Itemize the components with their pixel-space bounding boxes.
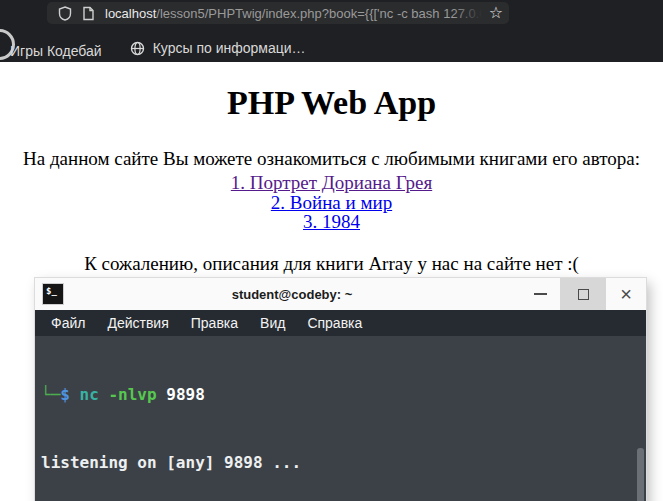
bookmark-label: Курсы по информаци… <box>153 40 306 56</box>
close-button[interactable]: × <box>606 278 646 310</box>
terminal-window: $_ student@codeby: ~ × Файл Действия Пра… <box>35 278 646 501</box>
menu-view[interactable]: Вид <box>249 315 296 331</box>
book-link-2[interactable]: 2. Война и мир <box>0 193 663 213</box>
url-path: /lesson5/PHPTwig/index.php?book={{['nc -… <box>156 6 486 21</box>
book-link-3[interactable]: 3. 1984 <box>0 212 663 232</box>
bookmark-item-courses[interactable]: Курсы по информаци… <box>130 40 306 56</box>
command-name: nc <box>70 385 109 404</box>
book-link-1[interactable]: 1. Портрет Дориана Грея <box>0 173 663 193</box>
terminal-menubar: Файл Действия Правка Вид Справка <box>35 310 646 336</box>
bookmarks-bar: Игры Кодебай Курсы по информаци… <box>10 36 306 60</box>
url-host: localhost <box>105 6 156 21</box>
maximize-button[interactable] <box>560 278 606 310</box>
window-controls: × <box>520 278 646 310</box>
url-fade-overlay <box>453 2 487 24</box>
terminal-scrollbar[interactable] <box>637 448 644 501</box>
page-icon[interactable] <box>82 6 95 21</box>
prompt-dollar: $ <box>60 385 70 404</box>
terminal-titlebar[interactable]: $_ student@codeby: ~ × <box>35 278 646 310</box>
browser-chrome: localhost/lesson5/PHPTwig/index.php?book… <box>0 0 663 62</box>
minimize-button[interactable] <box>520 278 560 310</box>
command-flags: -nlvp <box>108 385 156 404</box>
command-arg: 9898 <box>157 385 205 404</box>
close-icon: × <box>620 284 632 304</box>
terminal-output[interactable]: └─$ nc -nlvp 9898 listening on [any] 989… <box>35 336 646 501</box>
terminal-line: listening on [any] 9898 ... <box>41 452 646 475</box>
shield-icon[interactable] <box>58 6 72 21</box>
globe-icon <box>130 41 145 56</box>
menu-help[interactable]: Справка <box>296 315 373 331</box>
menu-actions[interactable]: Действия <box>96 315 179 331</box>
prompt-corner: └─ <box>41 385 60 404</box>
url-text[interactable]: localhost/lesson5/PHPTwig/index.php?book… <box>105 6 487 21</box>
terminal-app-icon: $_ <box>42 283 64 305</box>
book-error-text: К сожалению, описания для книги Array у … <box>0 253 663 275</box>
menu-file[interactable]: Файл <box>40 315 96 331</box>
page-title: PHP Web App <box>0 84 663 122</box>
terminal-prompt-line: └─$ nc -nlvp 9898 <box>41 384 646 407</box>
intro-text: На данном сайте Вы можете ознакомиться с… <box>0 148 663 170</box>
bookmark-item-games[interactable]: Игры Кодебай <box>10 43 102 59</box>
address-bar[interactable]: localhost/lesson5/PHPTwig/index.php?book… <box>47 2 509 24</box>
bookmark-star-icon[interactable]: ☆ <box>489 5 503 21</box>
maximize-icon <box>578 289 589 300</box>
menu-edit[interactable]: Правка <box>180 315 249 331</box>
book-links: 1. Портрет Дориана Грея 2. Война и мир 3… <box>0 173 663 232</box>
minimize-icon <box>534 293 547 295</box>
terminal-title: student@codeby: ~ <box>64 287 520 302</box>
bookmark-label: Игры Кодебай <box>10 43 102 59</box>
